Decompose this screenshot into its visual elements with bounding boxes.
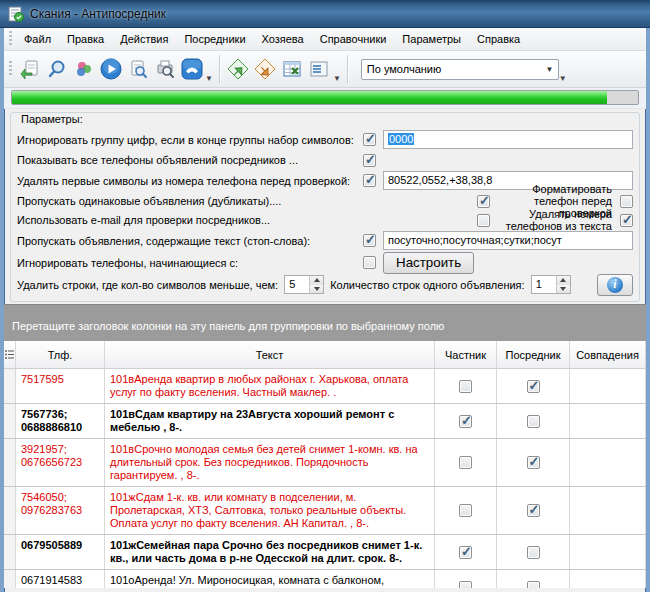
param-row-use-email: Использовать e-mail для проверки посредн… bbox=[17, 212, 633, 228]
spin-down-icon[interactable] bbox=[310, 285, 323, 294]
toolbar-overflow-caret[interactable]: ▼ bbox=[559, 74, 569, 87]
table-row[interactable]: 7546050; 0976283763 101жСдам 1-к. кв. ил… bbox=[4, 487, 646, 535]
menu-item-file[interactable]: Файл bbox=[16, 30, 59, 48]
skip-duplicates-checkbox[interactable] bbox=[477, 195, 490, 208]
phone-check-button[interactable] bbox=[178, 55, 205, 83]
posrednik-checkbox[interactable] bbox=[527, 456, 540, 469]
spin-up-icon[interactable] bbox=[557, 276, 570, 285]
ad-lines-value[interactable]: 1 bbox=[532, 276, 556, 293]
posrednik-checkbox[interactable] bbox=[527, 504, 540, 517]
toolbar-grip[interactable] bbox=[9, 61, 12, 77]
sovpadeniya-cell bbox=[570, 535, 646, 569]
posrednik-checkbox[interactable] bbox=[527, 546, 540, 559]
table-row[interactable]: 3921957; 0676656723 101вСрочно молодая с… bbox=[4, 439, 646, 487]
menubar-grip[interactable] bbox=[9, 31, 12, 47]
param-label: Удалять первые символы из номера телефон… bbox=[17, 175, 363, 187]
table-row[interactable]: 0671914583 101оАренда! Ул. Мироносицкая,… bbox=[4, 570, 646, 588]
posrednik-checkbox[interactable] bbox=[527, 415, 540, 428]
ad-text-cell: 101жСдам 1-к. кв. или комнату в подселен… bbox=[105, 487, 435, 534]
table-row[interactable]: 7517595 101вАренда квартир в любых район… bbox=[4, 369, 646, 404]
grouping-panel[interactable]: Перетащите заголовок колонки на эту пане… bbox=[4, 304, 646, 341]
chastnik-checkbox[interactable] bbox=[459, 456, 472, 469]
toolbar-separator-2 bbox=[347, 55, 349, 83]
menu-item-help[interactable]: Справка bbox=[469, 30, 528, 48]
window-body: Файл Правка Действия Посредники Хозяева … bbox=[0, 28, 650, 592]
header-phone[interactable]: Тлф. bbox=[16, 341, 105, 368]
menu-item-owners[interactable]: Хозяева bbox=[254, 30, 312, 48]
preview-button[interactable] bbox=[124, 55, 151, 83]
title-bar[interactable]: Скания - Антипосредник bbox=[0, 0, 650, 28]
posrednik-checkbox[interactable] bbox=[527, 581, 540, 589]
header-chastnik[interactable]: Частник bbox=[435, 341, 497, 368]
view-dropdown-caret[interactable]: ▼ bbox=[333, 74, 343, 87]
menu-item-options[interactable]: Параметры bbox=[394, 30, 469, 48]
stopwords-input[interactable]: посуточно;посуточная;сутки;посут bbox=[383, 231, 633, 250]
search-icon bbox=[47, 59, 67, 79]
excel-export-button[interactable] bbox=[279, 55, 306, 83]
menu-item-actions[interactable]: Действия bbox=[112, 30, 176, 48]
colors-button[interactable] bbox=[70, 55, 97, 83]
profile-combobox[interactable]: По умолчанию ▼ bbox=[361, 59, 559, 80]
print-search-icon bbox=[155, 59, 175, 79]
print-preview-button[interactable] bbox=[151, 55, 178, 83]
ignore-digit-group-checkbox[interactable] bbox=[363, 133, 376, 146]
export-button[interactable] bbox=[252, 55, 279, 83]
selected-input-text: 0000 bbox=[388, 133, 414, 145]
import-button[interactable] bbox=[225, 55, 252, 83]
progress-bar bbox=[11, 90, 639, 105]
configure-button[interactable]: Настроить bbox=[383, 252, 474, 274]
menu-item-mediators[interactable]: Посредники bbox=[176, 30, 253, 48]
min-chars-spinner[interactable]: 5 bbox=[284, 275, 324, 294]
use-email-checkbox[interactable] bbox=[477, 214, 490, 227]
chastnik-checkbox[interactable] bbox=[459, 546, 472, 559]
phone-cell: 7546050; 0976283763 bbox=[16, 487, 105, 534]
chastnik-checkbox[interactable] bbox=[459, 415, 472, 428]
chastnik-checkbox[interactable] bbox=[459, 380, 472, 393]
header-text[interactable]: Текст bbox=[105, 341, 435, 368]
phone-cell: 0679505889 bbox=[16, 535, 105, 569]
start-check-button[interactable] bbox=[97, 55, 124, 83]
phone-dropdown-caret[interactable]: ▼ bbox=[205, 74, 215, 87]
menu-item-edit[interactable]: Правка bbox=[59, 30, 112, 48]
spin-up-icon[interactable] bbox=[310, 276, 323, 285]
list-view-button[interactable] bbox=[306, 55, 333, 83]
chastnik-checkbox[interactable] bbox=[459, 581, 472, 589]
app-icon bbox=[8, 6, 24, 22]
search-button[interactable] bbox=[43, 55, 70, 83]
chastnik-checkbox[interactable] bbox=[459, 504, 472, 517]
sovpadeniya-cell bbox=[570, 404, 646, 438]
table-row[interactable]: 0679505889 101жСемейная пара Срочно без … bbox=[4, 535, 646, 570]
combobox-arrow-icon[interactable]: ▼ bbox=[541, 60, 558, 79]
row-indicator bbox=[4, 369, 16, 403]
digit-suffix-input[interactable]: 0000 bbox=[383, 130, 633, 149]
table-body: 7517595 101вАренда квартир в любых район… bbox=[4, 369, 646, 588]
format-phone-checkbox[interactable] bbox=[620, 195, 633, 208]
sovpadeniya-cell bbox=[570, 570, 646, 588]
menu-item-directories[interactable]: Справочники bbox=[312, 30, 395, 48]
posrednik-checkbox[interactable] bbox=[527, 380, 540, 393]
table-header: Тлф. Текст Частник Посредник Совпадения bbox=[4, 341, 646, 369]
export-orange-icon bbox=[254, 58, 276, 80]
ad-lines-spinner[interactable]: 1 bbox=[531, 275, 571, 294]
load-document-button[interactable] bbox=[16, 55, 43, 83]
grid-menu-icon bbox=[5, 349, 14, 360]
spin-down-icon[interactable] bbox=[557, 285, 570, 294]
param-label: Игнорировать телефоны, начинающиеся с: bbox=[17, 257, 363, 269]
min-chars-value[interactable]: 5 bbox=[285, 276, 309, 293]
show-all-phones-checkbox[interactable] bbox=[363, 154, 376, 167]
ignore-prefix-phones-checkbox[interactable] bbox=[363, 256, 376, 269]
stopwords-checkbox[interactable] bbox=[363, 234, 376, 247]
remove-phones-from-text-checkbox[interactable] bbox=[620, 214, 633, 227]
header-sovpadeniya[interactable]: Совпадения bbox=[570, 341, 646, 368]
row-indicator bbox=[4, 535, 16, 569]
table-row[interactable]: 7567736; 0688886810 101вСдам квартиру на… bbox=[4, 404, 646, 439]
import-green-icon bbox=[227, 58, 249, 80]
header-posrednik[interactable]: Посредник bbox=[497, 341, 570, 368]
info-button[interactable]: i bbox=[597, 274, 633, 296]
param-row-ignore-prefix-phones: Игнорировать телефоны, начинающиеся с: Н… bbox=[17, 253, 633, 272]
strip-prefix-checkbox[interactable] bbox=[363, 174, 376, 187]
parameters-title: Параметры: bbox=[19, 113, 633, 125]
page-search-icon bbox=[128, 59, 148, 79]
play-icon bbox=[100, 58, 122, 80]
ad-text-cell: 101вСдам квартиру на 23Августа хороший р… bbox=[105, 404, 435, 438]
